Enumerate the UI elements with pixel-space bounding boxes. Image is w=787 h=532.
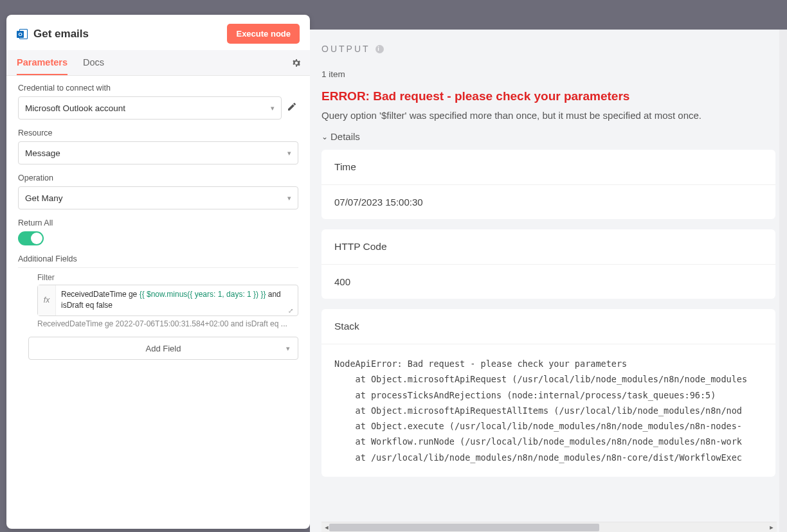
node-config-panel: O Get emails Execute node Parameters Doc… [6, 15, 310, 529]
details-toggle[interactable]: ⌄ Details [321, 131, 777, 142]
node-title: Get emails [33, 28, 89, 40]
operation-label: Operation [18, 173, 298, 182]
resource-label: Resource [18, 129, 298, 137]
parameters-body: Credential to connect with Microsoft Out… [6, 76, 310, 529]
info-icon[interactable]: i [375, 45, 384, 53]
chevron-down-icon: ▾ [271, 104, 275, 112]
http-value: 400 [321, 265, 775, 299]
filter-code-text: ReceivedDateTime ge {{ $now.minus({ year… [56, 285, 298, 315]
filter-expression-input[interactable]: fx ReceivedDateTime ge {{ $now.minus({ y… [37, 285, 298, 316]
pencil-icon [287, 102, 297, 112]
execute-node-button[interactable]: Execute node [227, 24, 300, 44]
chevron-down-icon: ⌄ [321, 132, 328, 141]
tab-parameters[interactable]: Parameters [17, 50, 68, 75]
vertical-scrollbar-track[interactable] [779, 30, 787, 532]
chevron-down-icon: ▾ [287, 149, 291, 157]
panel-header: O Get emails Execute node [6, 15, 310, 50]
stack-header: Stack [321, 309, 775, 344]
edit-credential-button[interactable] [287, 102, 298, 114]
http-code-card: HTTP Code 400 [321, 229, 775, 299]
stack-card: Stack NodeApiError: Bad request - please… [321, 309, 775, 477]
filter-resolved-value: ReceivedDateTime ge 2022-07-06T15:00:31.… [37, 319, 298, 330]
time-value: 07/07/2023 15:00:30 [321, 185, 775, 219]
credential-label: Credential to connect with [18, 84, 298, 93]
error-title: ERROR: Bad request - please check your p… [321, 89, 777, 103]
chevron-down-icon: ▾ [287, 194, 291, 202]
filter-label: Filter [37, 273, 298, 282]
resource-select[interactable]: Message ▾ [18, 141, 298, 164]
filter-field: Filter fx ReceivedDateTime ge {{ $now.mi… [37, 273, 298, 329]
return-all-field: Return All [18, 218, 298, 245]
title-group: O Get emails [17, 28, 89, 40]
chevron-down-icon: ▾ [286, 344, 290, 353]
stack-trace: NodeApiError: Bad request - please check… [321, 344, 775, 477]
operation-select[interactable]: Get Many ▾ [18, 186, 298, 209]
return-all-toggle[interactable] [18, 231, 44, 245]
time-card: Time 07/07/2023 15:00:30 [321, 150, 775, 219]
horizontal-scrollbar[interactable]: ◄ ► [321, 522, 777, 532]
add-field-button[interactable]: Add Field ▾ [28, 337, 298, 360]
scrollbar-thumb[interactable] [329, 524, 599, 531]
http-header: HTTP Code [321, 229, 775, 265]
scroll-right-icon[interactable]: ► [766, 522, 777, 532]
credential-field: Credential to connect with Microsoft Out… [18, 84, 298, 120]
resource-field: Resource Message ▾ [18, 129, 298, 164]
settings-button[interactable] [288, 58, 310, 68]
error-message: Query option '$filter' was specified mor… [321, 109, 777, 122]
gear-icon [291, 58, 302, 68]
fx-icon: fx [38, 285, 56, 315]
expand-icon[interactable]: ⤢ [288, 306, 296, 314]
outlook-icon: O [17, 28, 28, 40]
output-panel: OUTPUT i 1 item ERROR: Bad request - ple… [310, 30, 787, 532]
output-heading: OUTPUT i [321, 44, 777, 54]
return-all-label: Return All [18, 218, 298, 227]
item-count: 1 item [321, 69, 777, 79]
tabs-row: Parameters Docs [6, 50, 310, 76]
details-cards: Time 07/07/2023 15:00:30 HTTP Code 400 S… [321, 150, 777, 522]
additional-fields-title: Additional Fields [18, 254, 298, 268]
time-header: Time [321, 150, 775, 185]
operation-field: Operation Get Many ▾ [18, 173, 298, 209]
credential-select[interactable]: Microsoft Outlook account ▾ [18, 96, 282, 120]
tab-docs[interactable]: Docs [83, 50, 104, 75]
